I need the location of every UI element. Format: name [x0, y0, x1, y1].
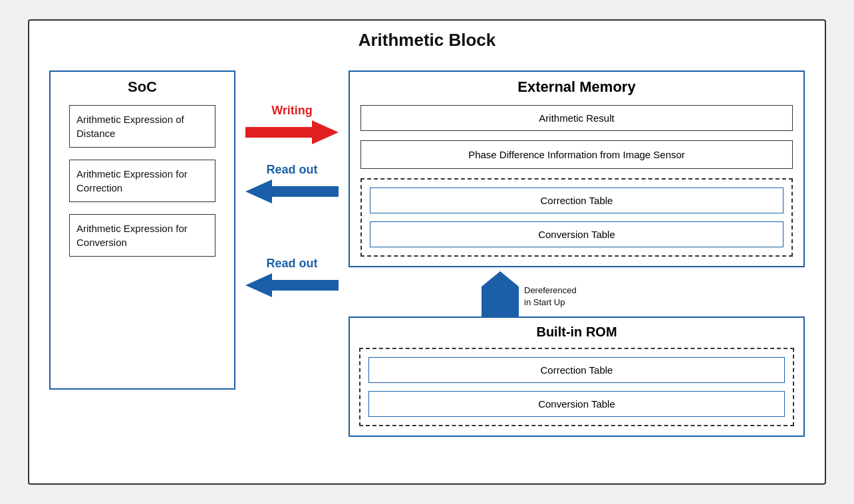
soc-item-distance: Arithmetic Expression of Distance	[69, 105, 215, 148]
outer-box: Arithmetic Block SoC Arithmetic Expressi…	[28, 19, 826, 485]
em-dashed-box: Correction Table Conversion Table	[360, 178, 793, 257]
em-correction-table: Correction Table	[370, 188, 783, 213]
writing-label: Writing	[271, 104, 313, 118]
rom-box: Built-in ROM Correction Table Conversion…	[349, 316, 805, 437]
em-conversion-table: Conversion Table	[370, 221, 783, 247]
diagram-area: SoC Arithmetic Expression of Distance Ar…	[29, 57, 825, 480]
readout1-label: Read out	[266, 163, 317, 177]
ext-mem-box: External Memory Arithmetic Result Phase …	[349, 70, 805, 267]
main-title: Arithmetic Block	[29, 21, 825, 57]
up-arrow-icon	[482, 271, 519, 316]
readout1-arrow-group: Read out	[235, 163, 349, 203]
arrows-area: Writing Read out Read out	[235, 64, 349, 297]
em-item-arithmetic-result: Arithmetic Result	[360, 105, 793, 131]
readout2-arrow-group: Read out	[235, 257, 349, 297]
writing-arrow-group: Writing	[235, 104, 349, 144]
soc-box: SoC Arithmetic Expression of Distance Ar…	[49, 70, 235, 390]
readout1-arrow-icon	[245, 180, 339, 203]
rom-conversion-table: Conversion Table	[368, 391, 785, 417]
rom-title: Built-in ROM	[536, 324, 617, 340]
svg-marker-2	[245, 273, 339, 297]
soc-title: SoC	[128, 78, 157, 96]
ext-mem-title: External Memory	[517, 78, 635, 96]
svg-marker-0	[245, 120, 339, 144]
svg-marker-1	[245, 180, 339, 203]
deref-label: Dereferencedin Start Up	[524, 285, 577, 309]
rom-correction-table: Correction Table	[368, 357, 785, 383]
right-col: External Memory Arithmetic Result Phase …	[349, 64, 805, 437]
readout2-arrow-icon	[245, 273, 339, 297]
up-arrow-row: Dereferencedin Start Up	[349, 267, 805, 316]
rom-dashed-box: Correction Table Conversion Table	[359, 348, 794, 426]
soc-item-correction: Arithmetic Expression for Correction	[69, 160, 215, 202]
readout2-label: Read out	[266, 257, 317, 271]
soc-item-conversion: Arithmetic Expression for Conversion	[69, 214, 215, 257]
writing-arrow-icon	[245, 120, 339, 144]
em-item-phase-difference: Phase Difference Information from Image …	[360, 140, 793, 169]
svg-marker-3	[482, 271, 519, 316]
